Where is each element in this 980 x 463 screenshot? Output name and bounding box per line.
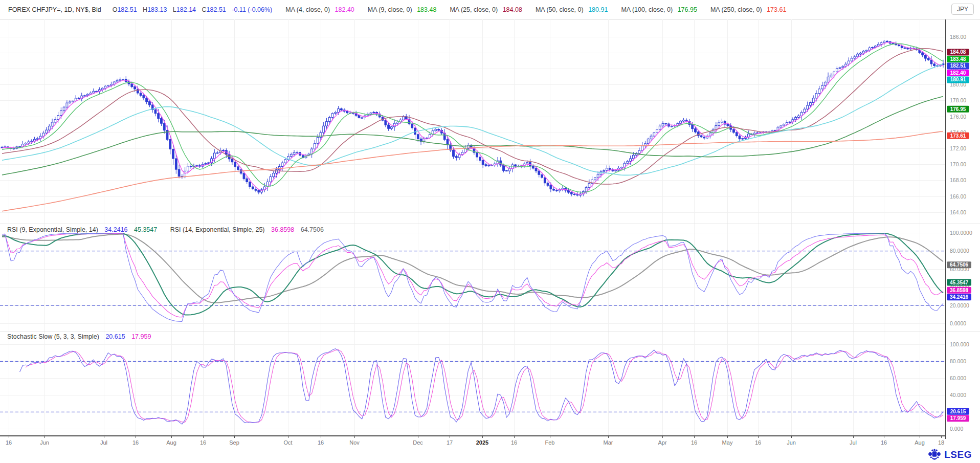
x-axis-label: Dec <box>413 439 423 446</box>
instrument-title: FOREX CHFJPY=, 1D, NY$, Bid <box>8 6 101 13</box>
price-badge: 182.51 <box>947 62 969 69</box>
x-axis-label: 16 <box>755 439 761 446</box>
rsi14-value: 36.8598 <box>271 226 294 233</box>
price-axis[interactable]: 186.00184.00182.00180.00178.00176.00174.… <box>950 34 972 432</box>
x-axis-label: 16 <box>132 439 139 446</box>
rsi-badge: 64.7506 <box>947 261 971 268</box>
chart-header: FOREX CHFJPY=, 1D, NY$, Bid O182.51 H183… <box>0 0 980 20</box>
ma-250-label: MA (250, close, 0) <box>710 6 762 13</box>
stochastic-legend[interactable]: Stochastic Slow (5, 3, 3, Simple) 20.615… <box>7 333 151 340</box>
stoch-badge: 17.959 <box>947 415 969 422</box>
x-axis-label: Sep <box>229 439 239 446</box>
x-axis-label: 16 <box>6 439 12 446</box>
stoch-axis-label: 0.000 <box>950 426 963 432</box>
ma-4-line <box>2 42 943 195</box>
open-label: O <box>113 6 118 13</box>
rsi-badge: 34.2416 <box>947 294 971 300</box>
x-axis-label: Jun <box>787 439 796 446</box>
ma-9-value: 183.48 <box>417 6 436 13</box>
price-badge: 180.91 <box>947 76 969 83</box>
ma-50-label: MA (50, close, 0) <box>536 6 584 13</box>
x-axis-label: 16 <box>691 439 697 446</box>
price-badge: 176.95 <box>947 106 969 113</box>
x-axis-label: Aug <box>915 439 925 446</box>
ma-250-line <box>2 131 943 211</box>
svg-text:183.48: 183.48 <box>950 56 966 62</box>
low-label: L <box>173 6 176 13</box>
rsi9-sma14-line <box>2 233 943 315</box>
candlestick-series <box>1 40 944 197</box>
rsi14-sma-value: 64.7506 <box>301 226 324 233</box>
x-axis-label: Mar <box>604 439 613 446</box>
x-axis-label: Nov <box>349 439 360 446</box>
lseg-crest-icon <box>928 449 941 461</box>
price-badge: 173.61 <box>947 133 969 139</box>
price-axis-label: 172.00 <box>950 145 966 151</box>
price-badge: 184.08 <box>947 49 969 55</box>
high-value: 183.13 <box>147 6 167 13</box>
chart-footer: LSEG <box>0 448 980 463</box>
ohlc-quote: O182.51 H183.13 L182.14 C182.51 -0.11 (-… <box>108 6 273 13</box>
svg-text:34.2416: 34.2416 <box>950 294 969 300</box>
svg-text:184.08: 184.08 <box>950 49 966 55</box>
x-axis-label: Jul <box>850 439 857 446</box>
svg-text:173.61: 173.61 <box>950 133 966 139</box>
rsi-badge: 36.8598 <box>947 287 971 294</box>
rsi-badge: 45.3547 <box>947 279 971 286</box>
ma-9-line <box>2 43 943 192</box>
stoch-axis-label: 40.000 <box>950 392 966 398</box>
x-axis-label: Jul <box>100 439 107 446</box>
svg-text:176.95: 176.95 <box>950 106 966 112</box>
stoch-k-value: 20.615 <box>105 333 125 340</box>
stoch-k-line <box>20 349 943 425</box>
rsi-legend[interactable]: RSI (9, Exponential, Simple, 14) 34.2416… <box>7 226 324 233</box>
price-axis-label: 168.00 <box>950 177 966 183</box>
ma-100-legend[interactable]: MA (100, close, 0) 176.95 <box>621 6 697 13</box>
ma-25-label: MA (25, close, 0) <box>450 6 498 13</box>
rsi-panel-series <box>2 233 943 322</box>
high-label: H <box>143 6 147 13</box>
ma-9-label: MA (9, close, 0) <box>368 6 412 13</box>
price-axis-label: 166.00 <box>950 193 966 200</box>
x-axis-label: 17 <box>447 439 453 446</box>
rsi-axis-label: 100.0000 <box>950 230 972 236</box>
ma-9-legend[interactable]: MA (9, close, 0) 183.48 <box>368 6 437 13</box>
price-axis-label: 178.00 <box>950 97 966 103</box>
stoch-legend-label: Stochastic Slow (5, 3, 3, Simple) <box>7 333 99 340</box>
currency-axis-chip[interactable]: JPY <box>951 4 974 15</box>
ma-50-legend[interactable]: MA (50, close, 0) 180.91 <box>536 6 608 13</box>
change-value: -0.11 (-0.06%) <box>232 6 272 13</box>
price-axis-label: 176.00 <box>950 114 966 120</box>
chart-application: FOREX CHFJPY=, 1D, NY$, Bid O182.51 H183… <box>0 0 980 463</box>
x-axis-labels[interactable]: 16JunJul16Aug16SepOct16NovDec17202516Feb… <box>6 436 944 446</box>
ma-100-line <box>2 97 943 175</box>
ma-250-value: 173.61 <box>767 6 786 13</box>
lseg-logo-text: LSEG <box>944 449 972 460</box>
ma-4-value: 182.40 <box>335 6 354 13</box>
x-axis-label: Apr <box>658 439 666 446</box>
stoch-d-line <box>26 350 943 423</box>
stochastic-panel-series <box>20 349 943 425</box>
svg-text:180.91: 180.91 <box>950 77 966 82</box>
svg-text:36.8598: 36.8598 <box>950 288 969 293</box>
ma-250-legend[interactable]: MA (250, close, 0) 173.61 <box>710 6 786 13</box>
price-axis-label: 186.00 <box>950 34 966 40</box>
x-axis-label: Jun <box>40 439 49 446</box>
stoch-axis-label: 100.000 <box>950 341 969 347</box>
rsi-axis-label: 80.0000 <box>950 248 969 254</box>
rsi9-sma-value: 45.3547 <box>134 226 157 233</box>
price-chart-svg[interactable]: 186.00184.00182.00180.00178.00176.00174.… <box>0 19 980 448</box>
x-axis-label: 16 <box>200 439 206 446</box>
ma-100-label: MA (100, close, 0) <box>621 6 673 13</box>
ma-25-legend[interactable]: MA (25, close, 0) 184.08 <box>450 6 522 13</box>
x-axis-label: May <box>722 439 733 446</box>
rsi-axis-label: 0.0000 <box>950 320 966 326</box>
stoch-axis-label: 60.000 <box>950 375 966 381</box>
rsi14-sma25-line <box>2 234 943 303</box>
svg-text:45.3547: 45.3547 <box>950 280 969 285</box>
ma-100-value: 176.95 <box>678 6 697 13</box>
svg-text:17.959: 17.959 <box>950 415 966 421</box>
ma-4-legend[interactable]: MA (4, close, 0) 182.40 <box>285 6 354 13</box>
x-axis-label: 2025 <box>476 439 488 446</box>
lseg-logo: LSEG <box>928 449 972 461</box>
